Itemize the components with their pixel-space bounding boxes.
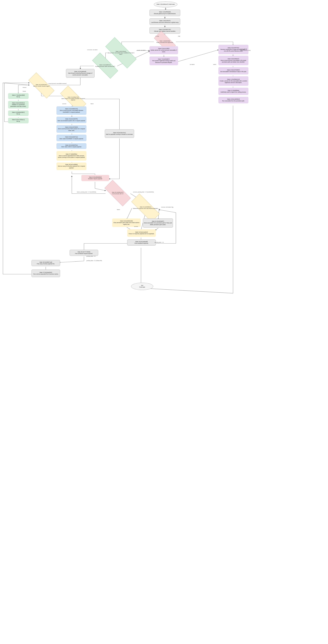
state-18: State 18 (0x222b2bc4)Initialize C2 conne… — [8, 101, 28, 108]
label-no-args: no args — [155, 36, 159, 37]
state-10: State 10 (0x15763587)Set executable's ti… — [218, 67, 248, 74]
state-23: State 23 (0x191837f3)Store accumulated s… — [56, 116, 86, 123]
label-failure-21: failure — [91, 103, 93, 104]
state-2: State 2 (0x3145cd7)Load libraries and st… — [149, 18, 180, 25]
state-36: State 36 (0x3d6b71ad)Free array of activ… — [31, 260, 60, 266]
label-args: args — [178, 36, 180, 37]
label-not-recent-not-admin: not recent, not admin — [87, 49, 97, 50]
exit-node: ExitFinal state — [131, 283, 153, 290]
label-current-renamed: current process' executable renamed — [48, 83, 66, 84]
state-26-wait: State 26 (0x2c9e72e1)Wait for payloads r… — [105, 129, 134, 138]
state-3: State 3 (0x1b607181)Allocate and initial… — [149, 27, 180, 34]
label-if-one-with: if one with thesame filename exists — [240, 48, 251, 51]
state-37: State 37 (0x26da2b52)Free comma-separate… — [31, 270, 60, 277]
label-success-21: success — [62, 103, 66, 104]
state-24: State 24 (0x13376909)Store current proce… — [56, 125, 86, 133]
label-pending31: pending state = 31 — [155, 242, 164, 243]
label-failure-pending27: failure, pending state = 27 (0xe485946) — [77, 191, 96, 193]
arrows-svg — [0, 0, 328, 644]
label-pending21: pending state = 21 — [86, 256, 96, 257]
state-16: State 16 (0x25521f6c)Wait for monitor th… — [28, 72, 54, 98]
state-11: State 11 (0x28be5c16)Create a service fo… — [218, 76, 248, 86]
state-14: State 14 (0x1bf9b7a7)Is parent process n… — [92, 53, 118, 78]
state-9: State 9 (0x2c9fa627)Move current process… — [218, 56, 248, 65]
label-success-31: success — [134, 226, 138, 227]
label-success-term: success, termination flag — [161, 206, 173, 208]
state-29: State 29 (0x2b06db3d)Serialize request p… — [81, 175, 109, 181]
state-6: State 6 (0x1411f6f2)Delete service for c… — [149, 46, 178, 54]
state-1: State 1 (0x22f09ab5)Allocate global arra… — [149, 10, 180, 16]
state-28: State 28 (0x21a3f958)Store an array of a… — [56, 162, 86, 170]
label-not-recent-admin: not admin — [190, 64, 195, 65]
state-19: State 19 (0xb6e00db7)No-op. — [8, 110, 28, 116]
state-0: State 0 (0x1b4bce47) Initial state — [154, 2, 177, 7]
state-35: State 35 (0x77175909)Free serialized req… — [70, 250, 98, 256]
state-7: State 7 (0x4cf46d57)Pick random legitima… — [149, 56, 178, 65]
state-17: State 17 (0x39a1e9bd)No-op. — [8, 93, 28, 99]
label-thread: thread — [23, 90, 26, 92]
state-25: State 25 (0x4a6d47ae)Store value 0x4cf46… — [56, 134, 86, 141]
state-15: State 15 (0x1680cd9)Start thread monitor… — [66, 69, 94, 78]
state-13: State 13 (0x11d036c0)Run executable from… — [218, 97, 248, 103]
state-31: State 31 (0x4989f3c4)Determine response … — [131, 194, 160, 222]
label-pending21b: pending state = 21 (0x6bac7b9) — [86, 260, 102, 261]
state-34b: State 34 (0x2bcfa957)Move executable fro… — [143, 218, 173, 228]
state-12: State 12 (0x94f6b6e)Indefinitely wait fo… — [218, 88, 248, 95]
state-20: State 20 (0x1762ba11)No-op. — [8, 118, 28, 123]
diagram-container: State 0 (0x1b4bce47) Initial state State… — [0, 0, 328, 644]
label-recent-admin: admin — [213, 64, 216, 65]
state-32: State 32 (0x2c1a4dc3)Parse C2 response p… — [127, 229, 156, 237]
label-recent-not-admin: recent, not admin — [137, 50, 146, 51]
label-success-pending27: success, pending state = 27 (0xe4829494) — [133, 191, 154, 193]
label-failure-31: failure — [117, 209, 120, 210]
state-30: State 30 (0x4f6e4b75)Communicate with C2 — [104, 180, 131, 206]
state-22: State 22 (0x4dd6237b)Store current proce… — [56, 106, 86, 115]
state-34: State 34 (0x13a0ea9f)Free serialized res… — [127, 240, 156, 246]
state-27: State 27 (0xb59f4bc)Store a comma-separa… — [56, 151, 86, 160]
label-timeout: timeout — [23, 87, 26, 88]
state-26: State 26 (0x36897f2a)Store value 1000 in… — [56, 143, 86, 149]
